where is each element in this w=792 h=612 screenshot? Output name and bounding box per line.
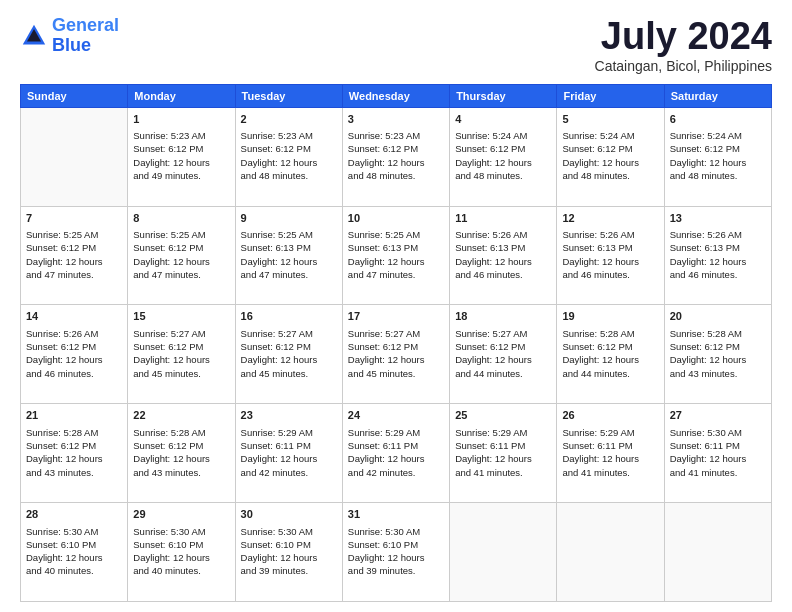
logo: General Blue [20,16,119,56]
day-info-line: Sunrise: 5:28 AM [670,327,766,340]
day-number: 6 [670,112,766,127]
calendar-header: SundayMondayTuesdayWednesdayThursdayFrid… [21,84,772,107]
day-info-line: Daylight: 12 hours [133,551,229,564]
day-info-line: Sunrise: 5:25 AM [133,228,229,241]
location-subtitle: Cataingan, Bicol, Philippines [595,58,772,74]
weekday-header-wednesday: Wednesday [342,84,449,107]
day-info-line: Sunset: 6:13 PM [241,241,337,254]
day-info-line: and 45 minutes. [348,367,444,380]
day-info-line: and 48 minutes. [455,169,551,182]
day-number: 17 [348,309,444,324]
day-info-line: and 45 minutes. [241,367,337,380]
day-info-line: Sunrise: 5:27 AM [241,327,337,340]
day-info-line: Daylight: 12 hours [348,551,444,564]
day-info-line: Sunset: 6:11 PM [670,439,766,452]
day-info-line: Sunset: 6:12 PM [133,340,229,353]
calendar-cell: 23Sunrise: 5:29 AMSunset: 6:11 PMDayligh… [235,404,342,503]
logo-text: General Blue [52,16,119,56]
calendar-cell [450,503,557,602]
day-info-line: Sunset: 6:12 PM [455,340,551,353]
weekday-header-tuesday: Tuesday [235,84,342,107]
day-number: 24 [348,408,444,423]
day-number: 19 [562,309,658,324]
calendar-cell: 17Sunrise: 5:27 AMSunset: 6:12 PMDayligh… [342,305,449,404]
day-number: 31 [348,507,444,522]
day-number: 1 [133,112,229,127]
day-info-line: Sunset: 6:12 PM [26,340,122,353]
day-info-line: Daylight: 12 hours [26,353,122,366]
calendar-cell: 26Sunrise: 5:29 AMSunset: 6:11 PMDayligh… [557,404,664,503]
calendar-cell: 6Sunrise: 5:24 AMSunset: 6:12 PMDaylight… [664,107,771,206]
day-info-line: Sunrise: 5:29 AM [562,426,658,439]
day-info-line: Sunrise: 5:25 AM [26,228,122,241]
day-number: 14 [26,309,122,324]
day-number: 20 [670,309,766,324]
day-info-line: Daylight: 12 hours [562,452,658,465]
weekday-header-friday: Friday [557,84,664,107]
day-number: 29 [133,507,229,522]
calendar-cell: 18Sunrise: 5:27 AMSunset: 6:12 PMDayligh… [450,305,557,404]
day-info-line: Daylight: 12 hours [670,452,766,465]
day-number: 5 [562,112,658,127]
day-number: 3 [348,112,444,127]
day-info-line: and 46 minutes. [26,367,122,380]
day-info-line: Sunset: 6:12 PM [348,340,444,353]
day-number: 12 [562,211,658,226]
day-info-line: Sunset: 6:12 PM [670,142,766,155]
logo-blue: Blue [52,35,91,55]
day-info-line: Daylight: 12 hours [241,156,337,169]
day-info-line: Sunset: 6:11 PM [455,439,551,452]
day-info-line: Sunset: 6:11 PM [562,439,658,452]
weekday-header-thursday: Thursday [450,84,557,107]
day-info-line: Sunrise: 5:30 AM [133,525,229,538]
day-info-line: Sunset: 6:12 PM [348,142,444,155]
day-info-line: Daylight: 12 hours [133,353,229,366]
month-title: July 2024 [595,16,772,58]
calendar-cell: 3Sunrise: 5:23 AMSunset: 6:12 PMDaylight… [342,107,449,206]
day-info-line: Daylight: 12 hours [241,353,337,366]
calendar-cell: 28Sunrise: 5:30 AMSunset: 6:10 PMDayligh… [21,503,128,602]
day-info-line: Sunset: 6:12 PM [562,142,658,155]
day-info-line: Sunrise: 5:26 AM [670,228,766,241]
weekday-header-saturday: Saturday [664,84,771,107]
day-number: 2 [241,112,337,127]
weekday-header-sunday: Sunday [21,84,128,107]
day-info-line: Daylight: 12 hours [348,255,444,268]
calendar-cell: 2Sunrise: 5:23 AMSunset: 6:12 PMDaylight… [235,107,342,206]
day-info-line: and 48 minutes. [670,169,766,182]
day-number: 25 [455,408,551,423]
day-info-line: and 41 minutes. [562,466,658,479]
day-info-line: Sunrise: 5:27 AM [133,327,229,340]
calendar-cell: 21Sunrise: 5:28 AMSunset: 6:12 PMDayligh… [21,404,128,503]
calendar-cell: 29Sunrise: 5:30 AMSunset: 6:10 PMDayligh… [128,503,235,602]
day-number: 13 [670,211,766,226]
day-info-line: and 43 minutes. [133,466,229,479]
day-info-line: Sunset: 6:12 PM [26,439,122,452]
day-info-line: Sunset: 6:11 PM [348,439,444,452]
day-info-line: Daylight: 12 hours [455,156,551,169]
day-info-line: and 41 minutes. [455,466,551,479]
day-info-line: and 42 minutes. [241,466,337,479]
day-number: 26 [562,408,658,423]
calendar-body: 1Sunrise: 5:23 AMSunset: 6:12 PMDaylight… [21,107,772,601]
day-info-line: Sunrise: 5:30 AM [670,426,766,439]
day-info-line: Daylight: 12 hours [133,255,229,268]
calendar-cell: 5Sunrise: 5:24 AMSunset: 6:12 PMDaylight… [557,107,664,206]
day-info-line: Sunrise: 5:25 AM [348,228,444,241]
day-info-line: Sunset: 6:12 PM [241,340,337,353]
day-info-line: Sunrise: 5:28 AM [133,426,229,439]
day-info-line: Sunset: 6:11 PM [241,439,337,452]
day-info-line: Sunset: 6:13 PM [670,241,766,254]
day-info-line: and 40 minutes. [26,564,122,577]
day-info-line: Sunset: 6:13 PM [455,241,551,254]
calendar-cell: 11Sunrise: 5:26 AMSunset: 6:13 PMDayligh… [450,206,557,305]
day-info-line: and 46 minutes. [455,268,551,281]
day-number: 15 [133,309,229,324]
day-info-line: Daylight: 12 hours [133,156,229,169]
calendar-week-row: 21Sunrise: 5:28 AMSunset: 6:12 PMDayligh… [21,404,772,503]
calendar-cell: 1Sunrise: 5:23 AMSunset: 6:12 PMDaylight… [128,107,235,206]
calendar-cell: 16Sunrise: 5:27 AMSunset: 6:12 PMDayligh… [235,305,342,404]
day-info-line: and 48 minutes. [562,169,658,182]
day-info-line: Sunrise: 5:28 AM [562,327,658,340]
day-info-line: and 43 minutes. [670,367,766,380]
